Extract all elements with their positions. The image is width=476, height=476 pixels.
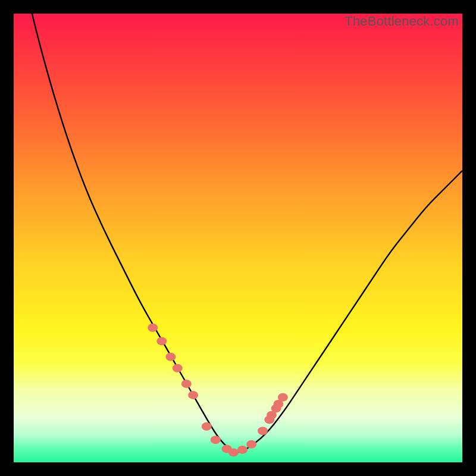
curve-marker	[173, 364, 183, 372]
chart-frame: TheBottleneck.com	[14, 14, 462, 462]
bottleneck-curve-path	[14, 14, 462, 452]
curve-marker	[228, 448, 239, 456]
curve-marker	[211, 436, 221, 444]
bottleneck-curve-svg	[14, 14, 462, 462]
curve-marker	[156, 337, 167, 345]
curve-marker	[148, 324, 158, 332]
marker-group	[148, 324, 288, 457]
curve-marker	[165, 353, 176, 361]
curve-marker	[188, 391, 198, 399]
curve-marker	[258, 427, 268, 435]
watermark-text: TheBottleneck.com	[345, 14, 459, 29]
curve-marker	[237, 446, 248, 454]
curve-marker	[202, 422, 212, 431]
curve-marker	[246, 440, 256, 449]
curve-marker	[278, 393, 288, 402]
curve-marker	[181, 380, 192, 388]
